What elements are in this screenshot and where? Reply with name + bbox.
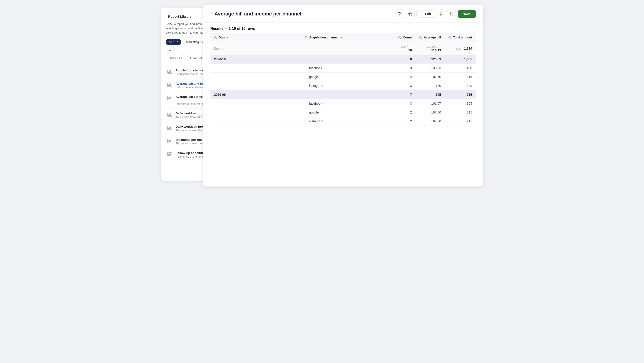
header-left: ‹ Average bill and income per channel	[210, 11, 302, 17]
sub-channel-0-0: facebook	[301, 64, 394, 72]
table-row-empty: Empty COUNT 16 AVERAGE 118.13 SUM 1,890	[210, 42, 476, 55]
table-row-sub-1-0: facebook 3 101.67 305	[210, 99, 476, 108]
svg-rect-27	[170, 153, 171, 156]
star-icon-button[interactable]	[406, 9, 414, 18]
main-header: ‹ Average bill and income per channel Ed…	[203, 4, 483, 22]
table-row-sub-0-0: facebook 3 133.33 400	[210, 64, 476, 72]
sub-avg-0-0: 133.33	[416, 64, 445, 72]
trash-icon-button[interactable]	[437, 9, 445, 18]
svg-rect-17	[168, 128, 169, 129]
svg-rect-7	[170, 83, 171, 86]
filter-tag-cl[interactable]: Cl	[166, 47, 175, 53]
svg-rect-23	[170, 140, 171, 142]
group-date-1: 2020-09	[210, 90, 301, 99]
sub-total-0-0: 400	[445, 64, 476, 72]
col-header-acquisition[interactable]: Acquisition channel ▲	[301, 33, 394, 42]
svg-rect-25	[168, 154, 169, 156]
svg-rect-15	[170, 113, 171, 116]
sub-channel-1-1: google	[301, 108, 394, 117]
sub-avg-0-2: 130	[416, 81, 445, 90]
page-title: Average bill and income per channel	[214, 11, 302, 17]
table-row-group-2020-10: 2020-10 8 125.63 1,005	[210, 55, 476, 64]
svg-rect-2	[169, 71, 170, 73]
copy-icon-button[interactable]	[447, 9, 456, 18]
svg-rect-21	[168, 141, 169, 142]
results-range: 1-10 of 10 rows	[229, 27, 255, 30]
save-button[interactable]: Save	[458, 10, 476, 18]
group-total-0: 1,005	[445, 55, 476, 64]
group-avg-1: 105	[416, 90, 445, 99]
sub-total-1-0: 305	[445, 99, 476, 108]
svg-rect-5	[168, 85, 169, 86]
svg-rect-3	[170, 70, 171, 73]
svg-rect-28	[451, 13, 453, 15]
filter-tag-marketing[interactable]: Marketing • 7	[183, 39, 206, 45]
report-icon-4	[166, 125, 173, 130]
table-row-sub-1-1: google 2 107.50 215	[210, 108, 476, 117]
sub-total-0-2: 390	[445, 81, 476, 90]
sub-avg-1-2: 107.50	[416, 117, 445, 126]
chevron-left-icon: ‹	[166, 14, 167, 18]
empty-total: SUM 1,890	[445, 42, 476, 55]
main-panel: ‹ Average bill and income per channel Ed…	[203, 4, 483, 187]
results-bar: Results • 1-10 of 10 rows	[203, 22, 483, 33]
edit-label: Edit	[425, 12, 431, 16]
sub-total-1-1: 215	[445, 108, 476, 117]
sub-count-1-0: 3	[394, 99, 416, 108]
svg-rect-10	[169, 97, 170, 99]
table-row-sub-1-2: instagram 2 107.50 215	[210, 117, 476, 126]
svg-rect-11	[170, 97, 171, 99]
sub-channel-1-0: facebook	[301, 99, 394, 108]
filter-tag-sales[interactable]: Sales • 11	[166, 55, 186, 61]
svg-rect-1	[168, 72, 169, 73]
sub-avg-1-1: 107.50	[416, 108, 445, 117]
table-row-sub-0-1: google 2 107.50 215	[210, 72, 476, 81]
filter-tag-all[interactable]: All • 37	[166, 39, 181, 45]
sub-avg-0-1: 107.50	[416, 72, 445, 81]
svg-rect-14	[169, 114, 170, 116]
sub-channel-0-2: instagram	[301, 81, 394, 90]
sub-avg-1-0: 101.67	[416, 99, 445, 108]
svg-rect-13	[168, 115, 169, 116]
empty-label: Empty	[210, 42, 394, 55]
sub-count-0-0: 3	[394, 64, 416, 72]
empty-avg: AVERAGE 118.13	[416, 42, 445, 55]
group-count-1: 7	[394, 90, 416, 99]
header-actions: Edit Save	[396, 9, 476, 18]
report-icon-5	[166, 138, 173, 143]
sub-count-0-1: 2	[394, 72, 416, 81]
col-header-total[interactable]: Total amount	[445, 33, 476, 42]
svg-rect-18	[169, 127, 170, 129]
sub-total-0-1: 215	[445, 72, 476, 81]
table-container: Date ▾ Acquisition channel ▲ Count	[203, 33, 483, 131]
arrow-icon-button[interactable]	[396, 9, 404, 18]
svg-rect-6	[169, 84, 170, 86]
data-table: Date ▾ Acquisition channel ▲ Count	[210, 33, 476, 126]
col-header-avg-bill[interactable]: Average bill	[416, 33, 445, 42]
report-icon-3	[166, 112, 173, 117]
col-header-date[interactable]: Date ▾	[210, 33, 301, 42]
sidebar-title: Report Library	[168, 14, 192, 18]
group-date-0: 2020-10	[210, 55, 301, 64]
svg-rect-22	[169, 140, 170, 142]
table-row-sub-0-2: instagram 3 130 390	[210, 81, 476, 90]
svg-rect-9	[168, 98, 169, 99]
results-label: Results	[210, 27, 224, 30]
group-avg-0: 125.63	[416, 55, 445, 64]
edit-button[interactable]: Edit	[416, 10, 435, 17]
sub-total-1-2: 215	[445, 117, 476, 126]
sub-count-0-2: 3	[394, 81, 416, 90]
report-icon-2	[166, 95, 173, 100]
svg-rect-26	[169, 154, 170, 156]
report-icon	[166, 69, 173, 74]
table-row-group-2020-09: 2020-09 7 105 735	[210, 90, 476, 99]
back-arrow-button[interactable]: ‹	[210, 11, 212, 16]
col-header-count[interactable]: Count	[394, 33, 416, 42]
svg-rect-19	[170, 126, 171, 129]
group-count-0: 8	[394, 55, 416, 64]
report-icon-1	[166, 82, 173, 87]
results-text: Results • 1-10 of 10 rows	[210, 27, 255, 30]
group-total-1: 735	[445, 90, 476, 99]
sub-count-1-1: 2	[394, 108, 416, 117]
empty-count: COUNT 16	[394, 42, 416, 55]
